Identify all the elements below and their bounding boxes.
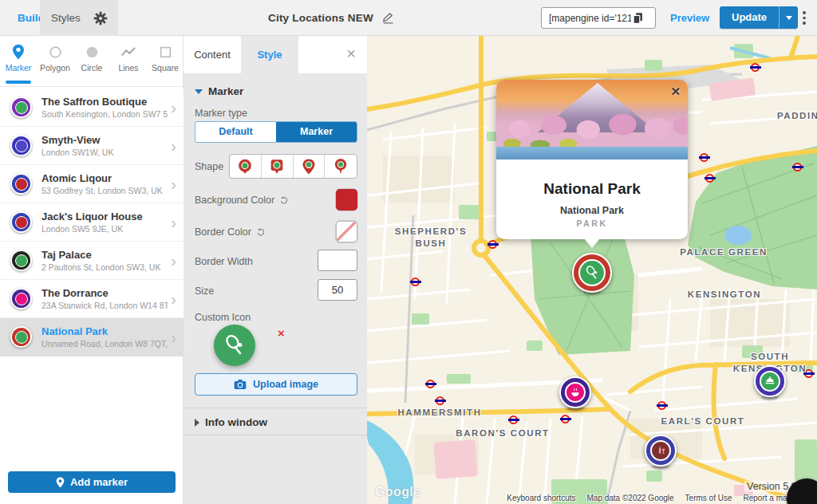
reset-icon[interactable] (256, 227, 266, 237)
update-split-button: Update (720, 6, 798, 29)
list-item-national-park[interactable]: National ParkUnnamed Road, London W8 7QT… (0, 318, 184, 356)
list-item-saffron-boutique[interactable]: The Saffron BoutiqueSouth Kensington, Lo… (0, 89, 184, 127)
tube-station-icon (705, 174, 714, 183)
marker-list: The Saffron BoutiqueSouth Kensington, Lo… (0, 89, 184, 356)
shortcode-box (541, 7, 656, 29)
marker-type-segmented: Default Marker (195, 121, 357, 143)
shape-option-balloon[interactable] (325, 155, 357, 178)
section-info-window-header[interactable]: Info window (195, 416, 267, 428)
preview-link[interactable]: Preview (670, 0, 709, 36)
panel-tabs: Content Style × (184, 36, 367, 73)
border-color-swatch[interactable] (336, 221, 357, 242)
marker-list-icon (10, 288, 32, 309)
nav-styles-block: Styles (40, 0, 118, 36)
map-label-shepherds-bush: SHEPHERD'S BUSH (383, 226, 479, 250)
shape-option-circle[interactable] (230, 155, 262, 178)
custom-icon-preview[interactable] (214, 325, 255, 366)
chevron-down-icon (786, 16, 792, 20)
map-marker-earls-court-liquor[interactable] (645, 435, 677, 467)
upload-image-button[interactable]: Upload image (195, 373, 357, 396)
marker-pin-icon (56, 477, 65, 488)
marker-list-icon (10, 250, 32, 271)
chevron-right-icon: › (171, 100, 176, 116)
border-width-label: Border Width (195, 256, 253, 267)
map-data-text: Map data ©2022 Google (586, 494, 673, 502)
list-item-jacks-liquor-house[interactable]: Jack's Liquor HouseLondon SW5 9JE, UK › (0, 203, 184, 242)
tab-square[interactable]: Square (147, 36, 184, 87)
markers-sidebar: Marker Polygon Circle Lines Square (0, 36, 184, 504)
food-cloche-icon (764, 375, 776, 388)
marker-type-default[interactable]: Default (195, 122, 276, 142)
tab-style[interactable]: Style (241, 36, 298, 73)
marker-list-icon (10, 96, 32, 118)
shape-option-square[interactable] (262, 155, 294, 178)
chevron-right-icon: › (171, 329, 176, 345)
map-marker-national-park[interactable] (572, 253, 612, 293)
nav-styles[interactable]: Styles (40, 12, 89, 24)
tab-content[interactable]: Content (184, 36, 241, 73)
edit-title-icon[interactable] (381, 11, 395, 25)
tab-polygon-label: Polygon (40, 63, 70, 73)
map-title: City Locations NEW (268, 12, 373, 24)
section-marker-header[interactable]: Marker (195, 85, 243, 97)
map-marker-the-dorrance[interactable] (559, 376, 591, 408)
info-window-title: National Park (496, 180, 688, 198)
info-window: ✕ National Park National Park PARK (496, 80, 688, 239)
reset-icon[interactable] (279, 195, 289, 205)
tab-marker[interactable]: Marker (0, 36, 37, 87)
marker-pin-icon (12, 43, 25, 61)
map-label-palace-green: PALACE GREEN (680, 246, 768, 258)
list-item-smyth-view[interactable]: Smyth-ViewLondon SW1W, UK › (0, 127, 184, 165)
tube-station-icon (561, 415, 570, 423)
copy-shortcode-icon[interactable] (631, 11, 645, 25)
tube-station-icon (509, 415, 518, 424)
marker-type-marker[interactable]: Marker (276, 122, 357, 142)
chevron-right-icon: › (171, 215, 176, 230)
border-width-input[interactable] (318, 250, 357, 271)
wine-bottle-icon (655, 445, 667, 457)
bowl-icon (569, 386, 582, 399)
size-input[interactable] (318, 279, 357, 301)
background-color-swatch[interactable] (336, 189, 357, 211)
tab-polygon[interactable]: Polygon (37, 36, 73, 87)
tab-circle-label: Circle (81, 63, 103, 73)
gear-icon[interactable] (92, 10, 109, 27)
marker-list-icon (10, 135, 32, 156)
map-canvas[interactable]: PADDINGTON SHEPHERD'S BUSH PALACE GREEN … (367, 36, 817, 504)
list-item-taj-palace[interactable]: Taj Palace2 Paultons St, London SW3, UK … (0, 242, 184, 280)
shape-option-pin[interactable] (294, 155, 326, 178)
map-marker-south-kensington-restaurant[interactable] (754, 365, 786, 397)
update-dropdown-button[interactable] (779, 6, 798, 29)
chevron-right-icon: › (171, 291, 176, 307)
list-item-atomic-liqour[interactable]: Atomic Liqour53 Godfrey St, London SW3, … (0, 165, 184, 203)
close-panel-icon[interactable]: × (335, 36, 367, 73)
google-logo[interactable]: Google (375, 485, 421, 499)
tab-lines[interactable]: Lines (110, 36, 147, 87)
square-icon (160, 43, 172, 61)
close-info-window-icon[interactable]: ✕ (670, 85, 681, 99)
map-label-hammersmith: HAMMERSMITH (397, 407, 481, 419)
kebab-menu-icon[interactable] (797, 7, 811, 29)
marker-list-icon (10, 173, 32, 195)
circle-icon (85, 43, 99, 61)
marker-list-icon (10, 211, 32, 233)
add-marker-button[interactable]: Add marker (8, 471, 176, 493)
tab-lines-label: Lines (118, 63, 138, 73)
shortcode-input[interactable] (542, 13, 631, 24)
remove-custom-icon-button[interactable]: × (278, 328, 285, 339)
info-window-photo: ✕ (496, 80, 688, 159)
chevron-down-icon (195, 89, 203, 94)
marker-type-label: Marker type (195, 108, 247, 119)
list-item-the-dorrance[interactable]: The Dorrance23A Stanwick Rd, London W14 … (0, 280, 184, 318)
keyboard-shortcuts-link[interactable]: Keyboard shortcuts (507, 494, 575, 502)
shape-options (229, 154, 357, 179)
lines-icon (121, 43, 136, 61)
map-label-earls-court: EARL'S COURT (661, 415, 745, 427)
terms-of-use-link[interactable]: Terms of Use (685, 494, 732, 502)
info-window-category: PARK (496, 219, 688, 228)
divider (184, 435, 367, 435)
tab-circle[interactable]: Circle (73, 36, 110, 87)
tennis-racket-icon (584, 265, 600, 281)
chevron-right-icon: › (171, 176, 176, 192)
update-button[interactable]: Update (720, 6, 779, 29)
